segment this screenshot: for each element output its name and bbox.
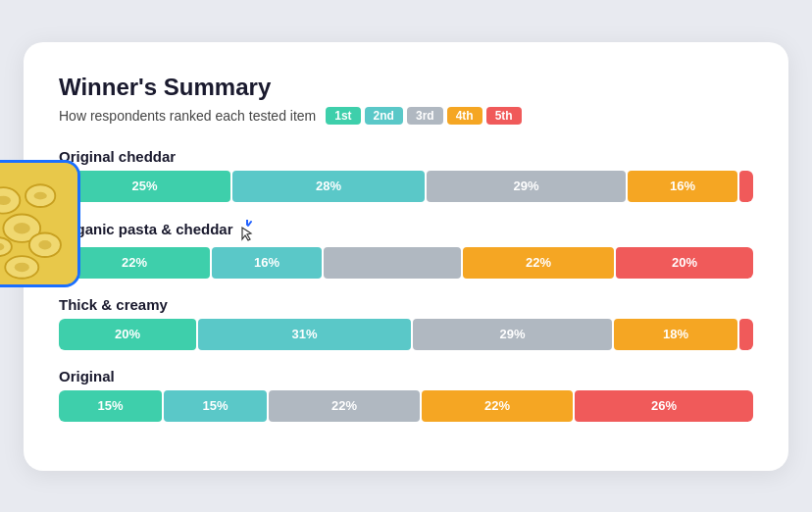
svg-point-6 [14, 223, 30, 233]
bar-segment: 16% [212, 247, 322, 279]
subtitle-row: How respondents ranked each tested item … [59, 107, 753, 125]
bar-segment: 16% [628, 171, 737, 202]
bar-row: 22%16%22%20% [59, 247, 753, 279]
bar-segment: 20% [616, 247, 753, 279]
bar-segment: 29% [413, 319, 612, 350]
bar-segment: 31% [198, 319, 411, 350]
bar-segment: 22% [269, 390, 420, 422]
item-block: Original15%15%22%22%26% [59, 368, 753, 422]
items-container: Original cheddar25%28%29%16%Organic past… [59, 148, 753, 422]
legend-badge-3rd: 3rd [407, 107, 443, 125]
item-label: Original [59, 368, 753, 384]
item-block: Thick & creamy20%31%29%18% [59, 296, 753, 350]
summary-card: Winner's Summary How respondents ranked … [24, 42, 788, 471]
bar-segment [739, 171, 753, 202]
bar-segment: 22% [463, 247, 614, 279]
svg-point-12 [15, 262, 29, 271]
bar-segment: 26% [575, 390, 753, 422]
svg-point-4 [34, 191, 47, 199]
bar-row: 20%31%29%18% [59, 319, 753, 350]
legend-badge-1st: 1st [326, 107, 360, 125]
bar-segment: 29% [427, 171, 626, 202]
item-label: Organic pasta & cheddar [59, 220, 753, 241]
legend-badge-2nd: 2nd [365, 107, 403, 125]
bar-segment: 15% [59, 390, 162, 422]
subtitle-text: How respondents ranked each tested item [59, 108, 316, 124]
bar-row: 25%28%29%16% [59, 171, 753, 202]
bar-segment: 25% [59, 171, 230, 202]
svg-point-10 [38, 240, 51, 249]
cursor-icon [233, 220, 257, 236]
bar-segment: 18% [614, 319, 737, 350]
bar-segment: 22% [422, 390, 573, 422]
bar-segment: 20% [59, 319, 196, 350]
item-block: Original cheddar25%28%29%16% [59, 148, 753, 202]
bar-segment: 15% [164, 390, 267, 422]
bar-segment: 28% [232, 171, 425, 202]
legend-badge-5th: 5th [486, 107, 522, 125]
svg-line-14 [248, 222, 251, 226]
item-label: Thick & creamy [59, 296, 753, 313]
page-title: Winner's Summary [59, 74, 753, 101]
item-label: Original cheddar [59, 148, 753, 165]
bar-row: 15%15%22%22%26% [59, 390, 753, 422]
bar-segment [324, 247, 461, 279]
legend: 1st2nd3rd4th5th [326, 107, 521, 125]
legend-badge-4th: 4th [447, 107, 482, 125]
item-block: Organic pasta & cheddar 22%16%22%20% [59, 220, 753, 279]
bar-segment [739, 319, 753, 350]
food-image [0, 160, 80, 287]
bar-segment: 22% [59, 247, 210, 279]
